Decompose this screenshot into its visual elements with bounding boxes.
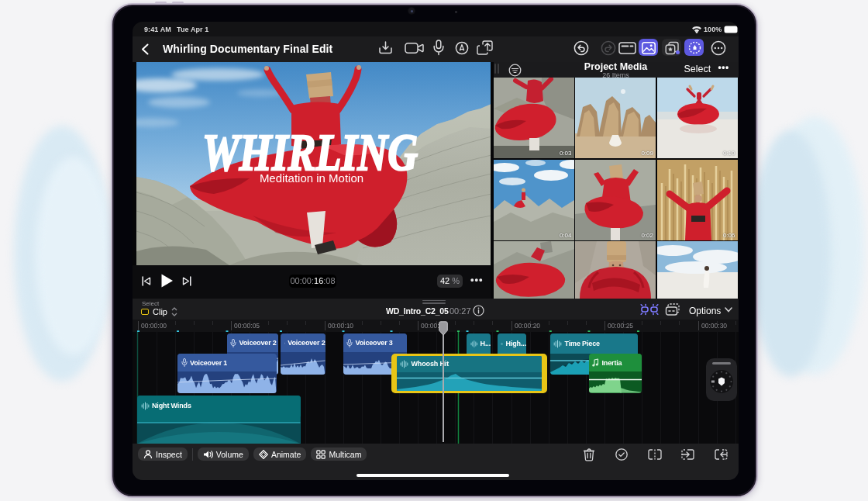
svg-text:00:00:00: 00:00:00 [141, 322, 167, 330]
svg-text:00:00:30: 00:00:30 [701, 322, 727, 330]
svg-text:Meditation in Motion: Meditation in Motion [259, 171, 363, 185]
svg-text:00:00:05: 00:00:05 [234, 322, 260, 330]
svg-text:00:00:25: 00:00:25 [608, 322, 633, 330]
svg-text:00:00:10: 00:00:10 [328, 322, 353, 330]
svg-text:00:00:20: 00:00:20 [515, 322, 540, 330]
